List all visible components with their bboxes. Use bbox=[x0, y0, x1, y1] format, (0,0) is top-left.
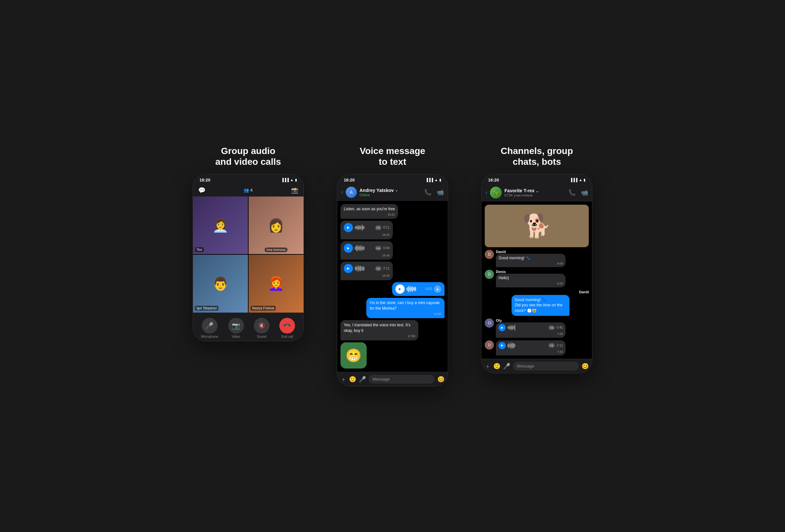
label-you: You bbox=[195, 247, 204, 252]
wave-bar bbox=[361, 245, 361, 251]
wave-bar bbox=[511, 325, 511, 330]
voice-duration-1: 0:11 bbox=[383, 225, 389, 230]
microphone-button[interactable]: 🎤 bbox=[202, 318, 218, 333]
daniil-sent-username: Daniil bbox=[511, 290, 589, 294]
message-input-3[interactable]: Message bbox=[513, 362, 579, 371]
voice2-time: 7:25 bbox=[499, 350, 563, 354]
daniil-sent-block: Daniil Good morning! 🐾Did you see the ti… bbox=[511, 290, 589, 316]
play-button-3[interactable]: ▶ bbox=[344, 264, 353, 273]
collapse-icon[interactable]: ▲ bbox=[434, 285, 441, 293]
play-button-voice2[interactable]: ▶ bbox=[499, 342, 506, 349]
video-control[interactable]: 📷 Video bbox=[228, 318, 244, 338]
back-button-3[interactable]: ‹ bbox=[485, 189, 487, 196]
signal-icon: ▐▐▐ bbox=[281, 178, 288, 182]
add-icon-2[interactable]: ＋ bbox=[340, 375, 346, 383]
oly-voice-content: ▶ bbox=[499, 324, 563, 331]
waveform-active bbox=[407, 286, 424, 292]
endcall-label: End call bbox=[282, 335, 294, 338]
wifi-icon-2: ▲ bbox=[434, 178, 438, 182]
msg-content-oly: Oly ▶ bbox=[496, 319, 589, 338]
msg-denis-time: 9:20 bbox=[499, 281, 563, 286]
chat-header-info-2: Andrey Yatskov ⌄ Online bbox=[359, 188, 422, 197]
daniil-sent-text: Good morning! 🐾Did you see the time on t… bbox=[515, 297, 566, 313]
wave-bar bbox=[509, 326, 509, 330]
waveform-voice2 bbox=[508, 343, 547, 349]
microphone-control[interactable]: 🎤 Microphone bbox=[201, 318, 218, 338]
wave-bar bbox=[360, 265, 360, 271]
voice-msg-1: ▶ Aa bbox=[340, 221, 393, 239]
bubble-denis: Hello) 9:20 bbox=[496, 274, 565, 287]
play-button-oly[interactable]: ▶ bbox=[499, 324, 506, 331]
sticker-icon-3[interactable]: 🙂 bbox=[493, 363, 501, 370]
mic-icon-3[interactable]: 🎤 bbox=[503, 363, 510, 370]
wave-bar bbox=[409, 287, 410, 291]
phone-frame-1: 16:20 ▐▐▐ ▲ ▮ 💬 👥 4 📸 👩‍💼 You bbox=[193, 174, 304, 341]
channel-msg-denis: D Denis Hello) 9:20 bbox=[485, 270, 589, 287]
avatar-voice2: U bbox=[485, 340, 494, 350]
sticker-icon-2[interactable]: 🙂 bbox=[349, 376, 356, 383]
wave-bar bbox=[359, 267, 359, 271]
phone-icon-2[interactable]: 📞 bbox=[424, 189, 431, 196]
channel-image-dog: 🐕 bbox=[485, 205, 589, 247]
voice-msg-2: ▶ Aa bbox=[340, 241, 393, 260]
participants-icon: 👥 bbox=[244, 188, 249, 193]
status-icons-3: ▐▐▐ ▲ ▮ bbox=[570, 178, 585, 182]
label-nastya: Nastya Frelova bbox=[251, 306, 276, 311]
waveform-1 bbox=[355, 224, 373, 231]
waveform-oly bbox=[508, 324, 547, 331]
voice2-duration: 2:11 bbox=[557, 343, 563, 348]
panel-channels: Channels, group chats, bots 16:20 ▐▐▐ ▲ … bbox=[469, 146, 605, 374]
video-label: Video bbox=[232, 335, 240, 338]
sound-control[interactable]: 🔇 Sound bbox=[254, 318, 270, 338]
wave-bar bbox=[411, 287, 412, 291]
back-button-2[interactable]: ‹ bbox=[341, 189, 343, 196]
username-denis: Denis bbox=[496, 270, 589, 274]
endcall-control[interactable]: 📞 End call bbox=[279, 318, 295, 338]
wave-bar bbox=[512, 325, 513, 330]
voice2-transcription-badge: Aa bbox=[549, 343, 555, 348]
wave-bar bbox=[408, 286, 409, 292]
active-voice-duration: 0:02 bbox=[426, 287, 432, 292]
contact-name-2: Andrey Yatskov ⌄ bbox=[359, 188, 422, 193]
chat-input-bar-2: ＋ 🙂 🎤 Message 😊 bbox=[337, 372, 448, 386]
bubble-oly: ▶ bbox=[496, 322, 565, 338]
video-cell-irina: 👩 Irina Smirnova bbox=[249, 197, 304, 254]
chevron-down-icon: ⌄ bbox=[395, 188, 398, 192]
chevron-down-channel-icon: ⌄ bbox=[536, 189, 538, 193]
status-bar-3: 16:20 ▐▐▐ ▲ ▮ bbox=[481, 174, 592, 184]
voice-msg-3-content: ▶ Aa bbox=[344, 264, 389, 273]
participants-count: 👥 4 bbox=[244, 188, 253, 193]
battery-icon-2: ▮ bbox=[439, 178, 441, 182]
user-igor-placeholder: 👨 bbox=[193, 255, 248, 312]
oly-voice-time: 7:25 bbox=[499, 332, 563, 336]
wave-bar bbox=[356, 226, 356, 230]
signal-icon-3: ▐▐▐ bbox=[570, 178, 577, 182]
transcription-badge-2: Aa bbox=[375, 246, 381, 251]
play-button-active[interactable]: ▶ bbox=[396, 284, 405, 294]
wave-bar bbox=[360, 225, 360, 230]
emoji-icon-3[interactable]: 😊 bbox=[582, 363, 589, 370]
wave-bar bbox=[356, 246, 356, 251]
video-button[interactable]: 📷 bbox=[228, 318, 244, 333]
add-icon-3[interactable]: ＋ bbox=[485, 362, 490, 370]
call-controls: 🎤 Microphone 📷 Video 🔇 Sound 📞 End call bbox=[193, 312, 304, 341]
user-irina-placeholder: 👩 bbox=[249, 197, 304, 254]
msg-content-voice2: ▶ bbox=[496, 340, 589, 356]
call-header: 💬 👥 4 📸 bbox=[193, 184, 304, 197]
wave-bar bbox=[358, 247, 358, 250]
endcall-button[interactable]: 📞 bbox=[276, 314, 298, 337]
wave-bar bbox=[363, 266, 363, 271]
sound-button[interactable]: 🔇 bbox=[254, 318, 270, 333]
phone-icon-3[interactable]: 📞 bbox=[568, 189, 576, 196]
msg-translated-text: Yes, I translated the voice into text. I… bbox=[344, 322, 415, 333]
status-icons-2: ▐▐▐ ▲ ▮ bbox=[426, 178, 441, 182]
camera-switch-icon[interactable]: 📸 bbox=[291, 187, 298, 194]
emoji-icon-2[interactable]: 😊 bbox=[437, 376, 445, 383]
mic-icon-2[interactable]: 🎤 bbox=[359, 376, 366, 383]
message-input-2[interactable]: Message bbox=[369, 375, 435, 384]
video-icon-2[interactable]: 📹 bbox=[437, 189, 444, 196]
play-button-1[interactable]: ▶ bbox=[344, 223, 353, 232]
video-icon-3[interactable]: 📹 bbox=[581, 189, 588, 196]
play-button-2[interactable]: ▶ bbox=[344, 244, 353, 253]
wifi-icon-3: ▲ bbox=[579, 178, 582, 182]
